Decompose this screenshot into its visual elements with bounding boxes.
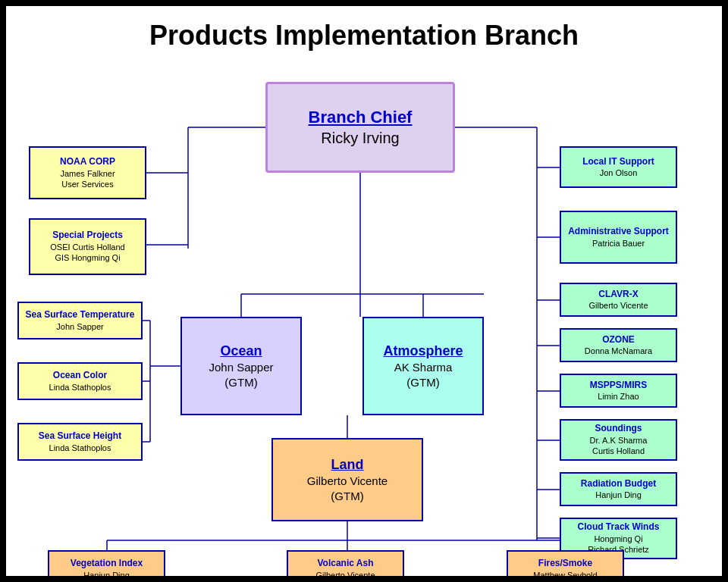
oz-line2: Donna McNamara [585,346,652,356]
ssh-line1: Sea Surface Height [39,430,121,443]
adm-line1: Administrative Support [568,226,669,238]
sst-line2: John Sapper [56,321,103,332]
atm-extra: (GTM) [406,375,439,390]
special-line3: GIS Hongming Qi [55,252,120,263]
vegetation-box: Vegetation Index Hanjun Ding [48,550,165,576]
branch-chief-name: Ricky Irving [321,128,399,148]
local-it-box: Local IT Support Jon Olson [560,146,677,188]
noaa-box: NOAA CORP James Falkner User Services [29,146,146,199]
ocean-box: Ocean John Sapper (GTM) [180,317,302,415]
oz-line1: OZONE [602,334,635,346]
ocean-extra: (GTM) [224,375,257,390]
ocean-name: John Sapper [209,360,273,375]
atm-name: AK Sharma [394,360,453,375]
land-title: Land [331,456,364,474]
ssh-box: Sea Surface Height Linda Stathoplos [17,423,143,461]
adm-line2: Patricia Bauer [592,238,645,249]
mspps-box: MSPPS/MIRS Limin Zhao [560,374,677,408]
clavrx-box: CLAVR-X Gilberto Vicente [560,283,677,317]
lit-line2: Jon Olson [600,167,638,178]
sst-box: Sea Surface Temperature John Sapper [17,302,143,340]
ms-line1: MSPPS/MIRS [590,380,647,392]
land-name: Gilberto Vicente [307,474,388,489]
oc-line1: Ocean Color [53,370,107,382]
special-projects-box: Special Projects OSEI Curtis Holland GIS… [29,218,146,275]
special-line2: OSEI Curtis Holland [50,242,124,252]
ocean-color-box: Ocean Color Linda Stathoplos [17,362,143,400]
vol-line1: Volcanic Ash [317,558,373,570]
branch-chief-title: Branch Chief [309,107,413,129]
cl-line1: Cloud Track Winds [578,521,660,534]
so-line2: Dr. A.K Sharma [590,435,648,446]
clx-line2: Gilberto Vicente [588,300,648,311]
vol-line2: Gilberto Vicente [315,570,375,576]
ssh-line2: Linda Stathoplos [49,443,111,453]
soundings-box: Soundings Dr. A.K Sharma Curtis Holland [560,419,677,461]
ms-line2: Limin Zhao [598,391,639,402]
fi-line1: Fires/Smoke [538,558,592,570]
volcanic-box: Volcanic Ash Gilberto Vicente [287,550,404,576]
veg-line1: Vegetation Index [71,558,143,570]
veg-line2: Hanjun Ding [83,570,130,576]
ozone-box: OZONE Donna McNamara [560,328,677,362]
noaa-line1: NOAA CORP [60,156,115,168]
land-box: Land Gilberto Vicente (GTM) [271,438,423,521]
admin-box: Administrative Support Patricia Bauer [560,211,677,264]
special-line1: Special Projects [52,230,123,242]
land-extra: (GTM) [331,489,363,504]
ra-line2: Hanjun Ding [595,490,642,500]
atmosphere-box: Atmosphere AK Sharma (GTM) [362,317,484,415]
page-title: Products Implementation Branch [6,6,722,59]
lit-line1: Local IT Support [582,156,654,168]
fires-box: Fires/Smoke Matthew Seybold [507,550,624,576]
fi-line2: Matthew Seybold [533,570,597,576]
cl-line2: Hongming Qi [594,534,642,544]
oc-line2: Linda Stathoplos [49,382,111,393]
clx-line1: CLAVR-X [598,289,638,301]
noaa-line3: User Services [61,179,113,189]
branch-chief-box: Branch Chief Ricky Irving [265,82,455,173]
atm-title: Atmosphere [383,343,463,360]
radiation-box: Radiation Budget Hanjun Ding [560,472,677,506]
sst-line1: Sea Surface Temperature [26,309,135,321]
ra-line1: Radiation Budget [581,478,656,490]
ocean-title: Ocean [220,343,262,360]
so-line1: Soundings [595,423,642,435]
so-line3: Curtis Holland [592,446,645,456]
noaa-line2: James Falkner [60,168,115,179]
